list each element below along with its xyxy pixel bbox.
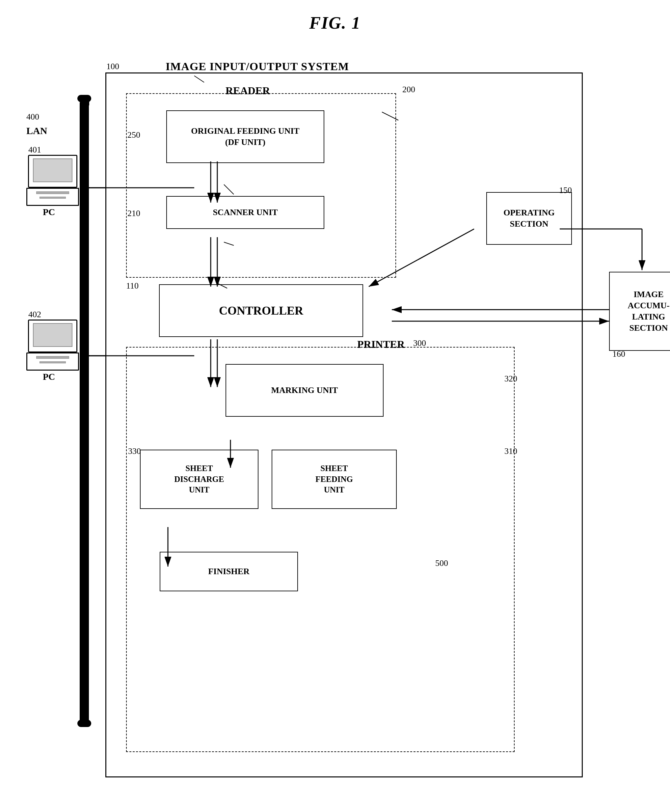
pc2-label: PC	[43, 371, 55, 382]
image-accumulating-section: IMAGEACCUMU-LATINGSECTION	[609, 272, 670, 351]
pc1-ref: 401	[28, 145, 41, 155]
page-title: FIG. 1	[0, 13, 670, 32]
finisher: FINISHER	[160, 552, 298, 591]
original-feeding-unit-ref: 250	[127, 130, 140, 140]
printer-ref: 300	[413, 338, 426, 348]
marking-unit-ref: 320	[504, 374, 517, 384]
reader-label: READER	[225, 85, 270, 97]
controller: CONTROLLER	[159, 284, 363, 337]
sheet-feeding-unit-label: SHEETFEEDINGUNIT	[315, 463, 353, 495]
pc2: PC	[23, 320, 82, 372]
finisher-label: FINISHER	[208, 566, 250, 577]
image-accumulating-ref: 160	[612, 349, 625, 359]
lan-bus-cap-bottom	[77, 720, 91, 727]
finisher-ref: 500	[435, 558, 448, 568]
reader-box: READER 200 ORIGINAL FEEDING UNIT(DF UNIT…	[126, 93, 396, 278]
diagram: 400 LAN 401 PC 402 PC IMAGE INPUT/OUTPUT…	[20, 39, 662, 797]
printer-box: PRINTER 300 MARKING UNIT 320 SHEETFEEDIN…	[126, 347, 514, 752]
printer-label: PRINTER	[357, 338, 404, 351]
lan-label: LAN	[26, 125, 47, 136]
sheet-discharge-unit-label: SHEETDISCHARGEUNIT	[174, 463, 224, 495]
outer-system-label: IMAGE INPUT/OUTPUT SYSTEM	[166, 60, 349, 73]
scanner-unit: SCANNER UNIT	[166, 196, 324, 229]
pc1-label: PC	[43, 207, 55, 217]
scanner-unit-ref: 210	[127, 209, 140, 219]
controller-ref: 110	[126, 281, 139, 291]
sheet-feeding-unit-ref: 310	[504, 446, 517, 456]
controller-label: CONTROLLER	[219, 303, 303, 319]
sheet-feeding-unit: SHEETFEEDINGUNIT	[272, 450, 397, 509]
original-feeding-unit-label: ORIGINAL FEEDING UNIT(DF UNIT)	[191, 125, 299, 148]
outer-system-ref: 100	[107, 62, 119, 71]
scanner-unit-label: SCANNER UNIT	[213, 207, 277, 218]
image-accumulating-label: IMAGEACCUMU-LATINGSECTION	[628, 289, 669, 333]
pc2-ref: 402	[28, 310, 41, 320]
operating-section-ref: 150	[559, 185, 572, 195]
operating-section: OPERATINGSECTION	[486, 192, 572, 245]
marking-unit: MARKING UNIT	[225, 364, 384, 417]
original-feeding-unit: ORIGINAL FEEDING UNIT(DF UNIT)	[166, 110, 324, 163]
sheet-discharge-unit-ref: 330	[128, 446, 141, 456]
operating-section-label: OPERATINGSECTION	[503, 207, 555, 230]
lan-ref: 400	[26, 112, 39, 122]
marking-unit-label: MARKING UNIT	[271, 385, 338, 396]
reader-ref: 200	[402, 85, 415, 95]
outer-system-box: IMAGE INPUT/OUTPUT SYSTEM 100 READER 200…	[105, 73, 583, 777]
pc1: PC	[23, 155, 82, 207]
sheet-discharge-unit: SHEETDISCHARGEUNIT	[140, 450, 259, 509]
